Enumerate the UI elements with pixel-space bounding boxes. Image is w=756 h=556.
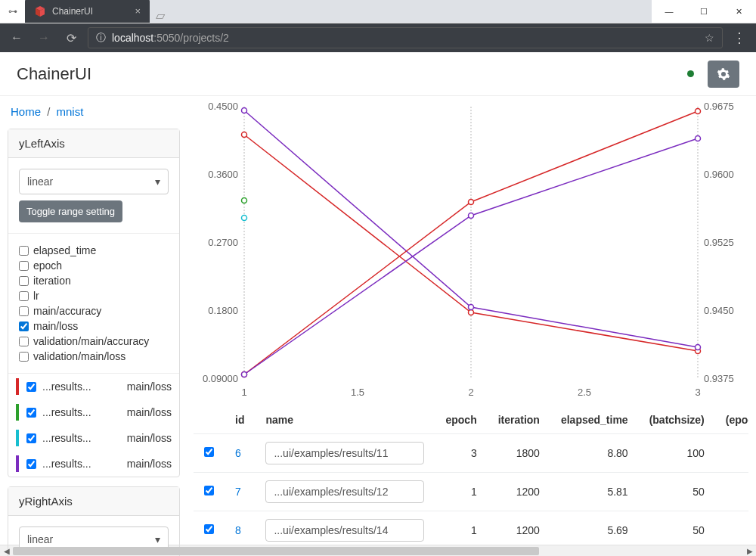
settings-button[interactable]	[708, 61, 739, 88]
series-checkbox[interactable]	[26, 433, 36, 443]
scroll-left-arrow[interactable]: ◀	[0, 547, 13, 555]
scroll-thumb[interactable]	[13, 547, 539, 555]
checkbox-input[interactable]	[19, 306, 29, 316]
browser-tab-strip: ChainerUI × ▱	[25, 0, 652, 23]
cell-epoch: 1	[435, 473, 487, 511]
svg-text:3: 3	[695, 387, 700, 398]
chevron-down-icon: ▾	[155, 533, 160, 545]
main-content: 11.522.530.45000.36000.27000.18000.09000…	[194, 99, 748, 545]
series-result-name: ...results...	[42, 381, 121, 393]
cell-iteration: 1200	[488, 511, 550, 545]
toggle-range-button[interactable]: Toggle range setting	[19, 200, 122, 222]
result-id-link[interactable]: 8	[235, 524, 241, 536]
svg-point-31	[242, 216, 247, 221]
log-key-checkbox[interactable]: epoch	[19, 259, 169, 272]
chart[interactable]: 11.522.530.45000.36000.27000.18000.09000…	[194, 99, 748, 402]
result-id-link[interactable]: 6	[235, 447, 241, 459]
series-checkbox[interactable]	[26, 459, 36, 469]
log-key-checkbox[interactable]: lr	[19, 290, 169, 302]
series-color-stripe	[16, 455, 19, 472]
log-key-checkbox[interactable]: validation/main/accuracy	[19, 335, 169, 347]
svg-text:0.3600: 0.3600	[208, 169, 238, 180]
svg-point-23	[696, 345, 701, 350]
series-checkbox[interactable]	[26, 408, 36, 418]
cell-epoch-hyper: 20	[715, 473, 748, 511]
breadcrumb-home-link[interactable]: Home	[11, 105, 41, 118]
svg-text:0.1800: 0.1800	[208, 305, 238, 316]
browser-tab-active[interactable]: ChainerUI ×	[25, 0, 150, 23]
star-icon[interactable]: ☆	[705, 32, 714, 44]
maximize-button[interactable]: ☐	[686, 0, 721, 23]
checkbox-input[interactable]	[19, 261, 29, 271]
series-checkbox[interactable]	[26, 382, 36, 392]
svg-point-21	[242, 108, 247, 113]
results-table: idnameepochiterationelapsed_time(batchsi…	[194, 406, 748, 545]
favicon-icon	[34, 5, 46, 17]
row-checkbox[interactable]	[204, 486, 214, 495]
result-name-input[interactable]	[265, 519, 424, 542]
scroll-right-arrow[interactable]: ▶	[743, 547, 756, 555]
series-row: ...results... main/loss	[8, 425, 179, 451]
yleft-axis-panel: yLeftAxis linear ▾ Toggle range setting …	[8, 129, 180, 477]
svg-point-22	[469, 305, 474, 310]
log-key-label: epoch	[33, 259, 62, 272]
table-header-cell: id	[225, 406, 255, 434]
series-color-stripe	[16, 430, 19, 446]
checkbox-input[interactable]	[19, 276, 29, 286]
checkbox-input[interactable]	[19, 246, 29, 256]
breadcrumb-project-link[interactable]: mnist	[57, 105, 84, 118]
forward-button: →	[33, 31, 54, 45]
results-table-wrap: idnameepochiterationelapsed_time(batchsi…	[194, 406, 748, 545]
yleft-axis-title: yLeftAxis	[8, 129, 179, 158]
result-name-input[interactable]	[265, 480, 424, 503]
table-row: 8 1 1200 5.69 50 20 -1	[194, 511, 748, 545]
table-header-cell: iteration	[488, 406, 550, 434]
address-bar[interactable]: ⓘ localhost:5050/projects/2 ☆	[88, 27, 723, 48]
checkbox-input[interactable]	[19, 321, 29, 331]
log-key-checkbox[interactable]: elapsed_time	[19, 244, 169, 256]
row-checkbox[interactable]	[204, 524, 214, 534]
log-key-label: validation/main/accuracy	[33, 335, 149, 347]
series-row: ...results... main/loss	[8, 451, 179, 477]
log-key-label: lr	[33, 290, 39, 302]
close-window-button[interactable]: ✕	[721, 0, 756, 23]
result-id-link[interactable]: 7	[235, 486, 241, 498]
table-header-cell	[194, 406, 225, 434]
minimize-button[interactable]: —	[652, 0, 686, 23]
gear-icon	[717, 67, 730, 81]
svg-point-19	[469, 310, 474, 315]
svg-text:1: 1	[241, 387, 246, 398]
window-titlebar: ⊶ ChainerUI × ▱ — ☐ ✕	[0, 0, 756, 23]
yright-axis-title: yRightAxis	[8, 487, 179, 516]
reload-button[interactable]: ⟳	[60, 31, 82, 45]
log-key-checkbox[interactable]: iteration	[19, 275, 169, 287]
row-checkbox[interactable]	[204, 447, 214, 457]
checkbox-input[interactable]	[19, 337, 29, 346]
table-header-cell: name	[255, 406, 435, 434]
log-key-checkbox[interactable]: validation/main/loss	[19, 350, 169, 362]
result-name-input[interactable]	[265, 442, 424, 464]
browser-menu-button[interactable]: ⋮	[729, 30, 750, 46]
log-key-checkbox[interactable]: main/accuracy	[19, 305, 169, 317]
svg-text:0.9525: 0.9525	[704, 237, 734, 248]
yleft-scale-select[interactable]: linear ▾	[19, 169, 169, 194]
back-button[interactable]: ←	[6, 31, 27, 45]
new-tab-button[interactable]: ▱	[150, 8, 171, 23]
app-indicator: ⊶	[0, 0, 25, 23]
svg-text:0.9375: 0.9375	[704, 373, 734, 384]
checkbox-input[interactable]	[19, 291, 29, 301]
log-keys-checklist: elapsed_timeepochiterationlrmain/accurac…	[19, 244, 169, 362]
series-result-name: ...results...	[42, 458, 121, 470]
log-key-checkbox[interactable]: main/loss	[19, 320, 169, 332]
series-color-stripe	[16, 378, 19, 395]
cell-epoch: 3	[435, 434, 487, 473]
log-key-label: iteration	[33, 275, 71, 287]
horizontal-scrollbar[interactable]: ◀ ▶	[0, 545, 756, 556]
table-header-cell: (batchsize)	[639, 406, 715, 434]
checkbox-input[interactable]	[19, 352, 29, 362]
sidebar: Home / mnist yLeftAxis linear ▾ Toggle r…	[8, 99, 180, 545]
table-header-cell: elapsed_time	[550, 406, 639, 434]
cell-elapsed-time: 5.69	[550, 511, 639, 545]
svg-text:2: 2	[468, 387, 473, 398]
close-tab-icon[interactable]: ×	[135, 5, 141, 17]
